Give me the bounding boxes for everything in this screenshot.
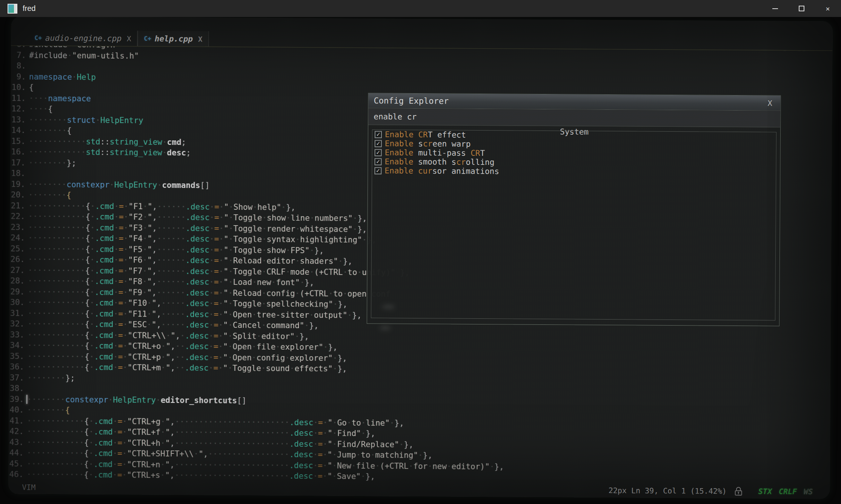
maximize-button[interactable]: [788, 0, 815, 17]
line-number: 43.: [9, 437, 24, 448]
tab-audio-engine-cpp[interactable]: C+audio-engine.cppX: [28, 30, 137, 46]
option-label: Enable screen warp: [385, 139, 471, 148]
tab-label: audio-engine.cpp: [45, 33, 121, 43]
checkbox-checked-icon[interactable]: ✓: [374, 167, 381, 174]
cpp-file-icon: C+: [144, 35, 151, 42]
option-label: Enable smooth scrolling: [384, 157, 494, 167]
line-number: 22.: [10, 211, 25, 222]
cpp-file-icon: C+: [34, 34, 42, 41]
config-search-value: enable cr: [374, 112, 417, 121]
line-number: 40.: [9, 404, 24, 415]
line-number: 32.: [9, 318, 25, 329]
config-options-panel: ✓Enable CRT effect✓Enable screen warp✓En…: [371, 129, 776, 321]
config-explorer-dialog: Config Explorer X enable cr System ✓Enab…: [367, 93, 781, 326]
line-number: 45.: [9, 458, 24, 469]
line-number: 46.: [8, 469, 23, 480]
minimize-icon: [772, 8, 778, 9]
line-number: 23.: [10, 222, 25, 233]
checkbox-checked-icon[interactable]: ✓: [375, 131, 382, 138]
line-number: 14.: [11, 125, 26, 136]
tab-help-cpp[interactable]: C+help.cppX: [137, 31, 209, 46]
option-label: Enable multi-pass CRT: [385, 148, 485, 158]
status-flags: STXCRLFWS: [758, 487, 813, 496]
line-number: 17.: [10, 157, 25, 168]
text-cursor: [26, 395, 28, 404]
tab-close-icon[interactable]: X: [198, 35, 203, 43]
editor-mode-indicator: VIM: [22, 483, 35, 492]
editor-screen: C+audio-engine.cppXC+help.cppX help.cpp …: [8, 16, 833, 499]
option-label: Enable CRT effect: [385, 130, 466, 139]
checkbox-checked-icon[interactable]: ✓: [374, 158, 381, 165]
minimize-button[interactable]: [762, 0, 788, 17]
line-number: 33.: [9, 329, 25, 340]
app-icon: [8, 4, 17, 14]
line-number: 38.: [9, 383, 24, 394]
line-number: 37.: [9, 372, 24, 383]
close-icon: ✕: [826, 5, 830, 12]
line-number: 44.: [9, 447, 24, 458]
line-number: 13.: [11, 114, 26, 125]
line-number: 27.: [10, 265, 25, 276]
line-number: 19.: [10, 179, 25, 190]
line-number: 25.: [10, 243, 25, 254]
line-number: 42.: [9, 426, 24, 437]
line-number: 30.: [9, 297, 25, 308]
maximize-icon: [799, 6, 804, 11]
config-option-4[interactable]: ✓Enable cursor animations: [372, 166, 776, 178]
line-number: 21.: [10, 200, 25, 211]
line-number: 28.: [10, 275, 25, 286]
checkbox-checked-icon[interactable]: ✓: [375, 149, 382, 156]
status-bar: VIM 22px Ln 39, Col 1 (15.42%) STXCRLFWS: [8, 481, 830, 496]
tab-close-icon[interactable]: X: [127, 34, 131, 43]
line-number: 11.: [11, 93, 26, 104]
line-number: 8.: [11, 60, 26, 71]
status-flag-stx: STX: [758, 487, 772, 496]
line-number: 15.: [11, 136, 26, 147]
line-number: 35.: [9, 351, 24, 362]
line-number: 24.: [10, 232, 25, 243]
dialog-close-button[interactable]: X: [764, 98, 775, 108]
line-number: 18.: [10, 168, 25, 179]
line-number: 39.: [9, 394, 24, 405]
line-number: 7.: [11, 50, 26, 61]
tab-label: help.cpp: [155, 34, 193, 43]
config-search-input[interactable]: enable cr: [368, 108, 780, 128]
line-number: 29.: [9, 286, 25, 297]
window-titlebar: fred ✕: [0, 0, 841, 17]
line-number: 41.: [9, 415, 24, 426]
window-title: fred: [23, 4, 35, 13]
close-button[interactable]: ✕: [815, 0, 841, 17]
cursor-position-info: 22px Ln 39, Col 1 (15.42%): [609, 486, 727, 496]
ghost-artifact: [380, 325, 391, 330]
dialog-title: Config Explorer: [374, 96, 449, 106]
line-number: 16.: [11, 146, 26, 157]
line-number: 9.: [11, 71, 26, 82]
line-number: 12.: [11, 103, 26, 114]
dialog-titlebar[interactable]: Config Explorer X: [368, 93, 780, 111]
line-number: 20.: [10, 189, 25, 200]
line-number: 31.: [9, 308, 25, 319]
option-label: Enable cursor animations: [384, 166, 499, 176]
status-flag-ws: WS: [804, 487, 813, 496]
line-number: 10.: [11, 82, 26, 93]
line-number: 26.: [10, 254, 25, 265]
line-number: 34.: [9, 340, 24, 351]
line-number: 36.: [9, 361, 24, 372]
status-flag-crlf: CRLF: [779, 487, 797, 496]
lock-icon: [734, 486, 743, 496]
ghost-artifact: [382, 304, 395, 309]
checkbox-checked-icon[interactable]: ✓: [375, 140, 382, 147]
